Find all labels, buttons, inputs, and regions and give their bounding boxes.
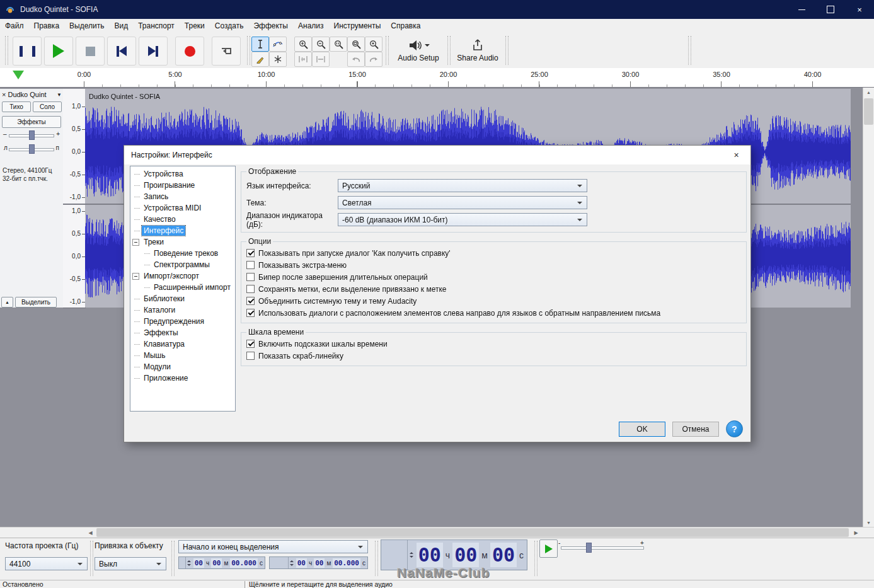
zoom-toggle-button[interactable] [365,37,382,52]
pan-slider-thumb[interactable] [29,144,35,154]
tree-item[interactable]: Клавиатура [130,338,235,350]
zoom-in-button[interactable] [294,37,312,52]
scroll-down-icon[interactable]: ▼ [863,518,874,527]
gain-slider-thumb[interactable] [29,130,35,140]
tree-item[interactable]: Предупреждения [130,316,235,327]
menu-item[interactable]: Инструменты [329,19,386,33]
fit-project-button[interactable] [347,37,365,52]
menu-item[interactable]: Вид [109,19,133,33]
spin-down-icon[interactable] [410,556,413,560]
menu-item[interactable]: Справка [386,19,425,33]
vertical-scrollbar-thumb[interactable] [864,98,873,125]
tree-item[interactable]: Устройства MIDI [130,202,235,214]
track-collapse-button[interactable]: ▲ [1,297,13,308]
skip-to-start-button[interactable] [107,37,136,66]
checkbox-row[interactable]: Включить подсказки шкалы времени [246,338,741,350]
tree-item[interactable]: Проигрывание [130,180,235,191]
tree-item[interactable]: Библиотеки [130,293,235,304]
tree-item[interactable]: Интерфейс [130,225,235,236]
track-control-panel[interactable]: × Dudko Quint ▼ Тихо Соло Эффекты – + л … [0,89,64,308]
pause-button[interactable] [13,37,42,66]
toolbar-grip[interactable] [247,36,250,65]
tree-item[interactable]: Запись [130,191,235,202]
loop-button[interactable] [212,37,241,66]
tree-expander-icon[interactable] [132,239,139,246]
settings-combobox[interactable]: Светлая [338,196,587,209]
play-button[interactable] [44,37,73,66]
fit-selection-button[interactable] [330,37,347,52]
time-spinner[interactable] [185,557,193,568]
toolbar-grip[interactable] [505,36,509,65]
zoom-out-button[interactable] [312,37,330,52]
horizontal-scrollbar-thumb[interactable] [96,528,849,537]
checkbox-row[interactable]: Показать скраб-линейку [246,350,741,362]
checkbox[interactable] [246,309,255,317]
undo-button[interactable] [347,52,365,67]
menu-item[interactable]: Файл [0,19,29,33]
checkbox-row[interactable]: Показывать экстра-меню [246,259,741,271]
checkbox-row[interactable]: Бипер после завершения длительных операц… [246,271,741,283]
spin-down-icon[interactable] [187,564,191,568]
cancel-button[interactable]: Отмена [672,422,719,437]
menu-item[interactable]: Создать [210,19,249,33]
scroll-right-icon[interactable]: ▶ [851,527,861,538]
stop-button[interactable] [76,37,105,66]
menu-item[interactable]: Выделить [64,19,109,33]
mute-button[interactable]: Тихо [2,101,31,112]
tree-item[interactable]: Спектрограммы [130,259,235,270]
tree-item[interactable]: Каталоги [130,304,235,316]
checkbox[interactable] [246,261,255,269]
effects-button[interactable]: Эффекты [2,116,61,128]
project-rate-combobox[interactable]: 44100 [5,557,88,570]
pan-slider[interactable]: л п [0,143,63,154]
checkbox-row[interactable]: Сохранять метки, если выделение привязан… [246,283,741,295]
multi-tool-button[interactable] [269,52,287,67]
spin-up-icon[interactable] [187,558,191,562]
menu-item[interactable]: Правка [29,19,65,33]
checkbox[interactable] [246,297,255,305]
track-menu-icon[interactable]: ▼ [57,92,62,98]
toolbar-grip[interactable] [375,541,378,576]
tree-item[interactable]: Мышь [130,350,235,361]
snap-to-combobox[interactable]: Выкл [95,557,166,570]
tree-item[interactable]: Приложение [130,372,235,384]
spin-down-icon[interactable] [290,564,294,568]
timeline-ruler[interactable]: 0:005:0010:0015:0020:0025:0030:0035:0040… [0,68,874,88]
play-speed-slider-thumb[interactable] [586,543,592,553]
tree-item[interactable]: Расширенный импорт [130,282,235,293]
vertical-ruler[interactable]: 1,00,50,0-0,5-1,01,00,50,0-0,5-1,0 [63,89,86,308]
dialog-close-button[interactable]: × [722,146,750,164]
trim-outside-selection-button[interactable] [294,52,312,67]
track-close-icon[interactable]: × [2,91,6,98]
preferences-tree[interactable]: Устройства Проигрывание Запись Устройств… [130,166,236,412]
record-button[interactable] [175,37,204,66]
tree-item[interactable]: Треки [130,236,235,248]
track-select-button[interactable]: Выделить [15,297,57,308]
redo-button[interactable] [365,52,382,67]
track-name[interactable]: Dudko Quint [8,91,57,98]
toolbar-grip[interactable] [688,36,691,65]
vertical-scrollbar[interactable]: ▲ ▼ [863,88,874,527]
selection-range-mode-combobox[interactable]: Начало и конец выделения [178,540,368,553]
checkbox[interactable] [246,352,255,360]
scroll-left-icon[interactable]: ◀ [85,527,96,538]
settings-combobox[interactable]: Русский [338,179,587,192]
menu-item[interactable]: Эффекты [248,19,293,33]
help-button[interactable]: ? [726,420,743,437]
checkbox[interactable] [246,273,255,281]
scroll-up-icon[interactable]: ▲ [863,88,874,97]
toolbar-grip[interactable] [90,541,93,576]
tree-item[interactable]: Устройства [130,168,235,180]
checkbox[interactable] [246,249,255,257]
tree-item[interactable]: Импорт/экспорт [130,270,235,282]
menu-item[interactable]: Транспорт [133,19,180,33]
toolbar-grip[interactable] [534,541,538,576]
menu-item[interactable]: Треки [180,19,210,33]
solo-button[interactable]: Соло [33,101,62,112]
ok-button[interactable]: OK [619,422,665,437]
time-spinner[interactable] [288,557,296,568]
silence-selection-button[interactable] [312,52,330,67]
toolbar-grip[interactable] [171,541,175,576]
skip-to-end-button[interactable] [139,37,168,66]
envelope-tool-button[interactable] [269,37,287,52]
